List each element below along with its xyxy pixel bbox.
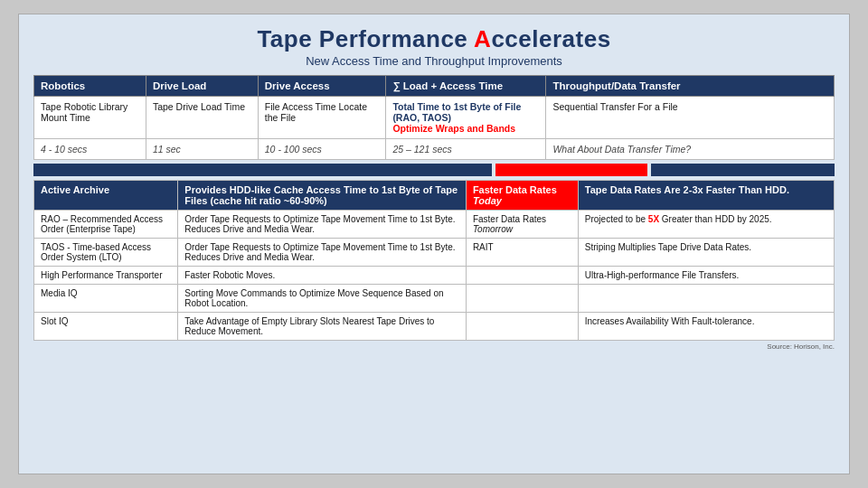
lower-row-mediaiq: Media IQ Sorting Move Commands to Optimi… [34, 285, 835, 313]
faster-today-label: Faster Data Rates [473, 184, 557, 195]
slotiq-col3 [466, 313, 578, 341]
lower-h2: Provides HDD-like Cache Access Time to 1… [178, 181, 467, 211]
upper-header-row: Robotics Drive Load Drive Access ∑ Load … [34, 76, 835, 97]
slotiq-col1: Slot IQ [34, 313, 178, 341]
divider-blue-left [33, 164, 492, 176]
hpt-col3 [466, 267, 578, 285]
lower-header-row: Active Archive Provides HDD-like Cache A… [34, 181, 835, 211]
r2-sum: 25 – 121 secs [386, 139, 546, 160]
slide: Tape Performance Accelerates New Access … [18, 14, 850, 474]
lower-row-hpt: High Performance Transporter Faster Robo… [34, 267, 835, 285]
r1-sum: Total Time to 1st Byte of File (RAO, TAO… [386, 97, 546, 139]
faster-today-italic: Today [473, 195, 502, 206]
r2-drive-access: 10 - 100 secs [258, 139, 386, 160]
lower-h1: Active Archive [34, 181, 178, 211]
header-throughput: Throughput/Data Transfer [546, 76, 835, 97]
lower-row-slotiq: Slot IQ Take Advantage of Empty Library … [34, 313, 835, 341]
r1-robotics: Tape Robotic Library Mount Time [34, 97, 146, 139]
r1-drive-access: File Access Time Locate the File [258, 97, 386, 139]
title-accent: A [474, 25, 491, 52]
faster-tomorrow-italic: Tomorrow [473, 224, 513, 234]
title-part1: Tape Performance [257, 25, 474, 52]
r2-drive-load: 11 sec [146, 139, 258, 160]
r1-drive-load: Tape Drive Load Time [146, 97, 258, 139]
source-line: Source: Horison, Inc. [33, 343, 835, 351]
lower-h3: Faster Data Rates Today [466, 181, 578, 211]
taos-col2: Order Tape Requests to Optimize Tape Mov… [178, 239, 467, 267]
hpt-col2: Faster Robotic Moves. [178, 267, 467, 285]
slotiq-col2: Take Advantage of Empty Library Slots Ne… [178, 313, 467, 341]
lower-h4: Tape Data Rates Are 2-3x Faster Than HDD… [578, 181, 834, 211]
header-drive-load: Drive Load [146, 76, 258, 97]
sum-text: Total Time to 1st Byte of File (RAO, TAO… [392, 101, 521, 123]
header-robotics: Robotics [34, 76, 146, 97]
rao-col1: RAO – Recommended Access Order (Enterpri… [34, 211, 178, 239]
upper-row1: Tape Robotic Library Mount Time Tape Dri… [34, 97, 835, 139]
faster-tomorrow-label: Faster Data Rates [473, 214, 546, 224]
mediaiq-col4 [578, 285, 834, 313]
divider-blue-right [651, 164, 835, 176]
header-sum: ∑ Load + Access Time [386, 76, 546, 97]
lower-table: Active Archive Provides HDD-like Cache A… [33, 180, 835, 341]
lower-h2-text: Provides HDD-like Cache Access Time to 1… [184, 184, 458, 206]
lower-row-rao: RAO – Recommended Access Order (Enterpri… [34, 211, 835, 239]
rao-col4: Projected to be 5X Greater than HDD by 2… [578, 211, 834, 239]
upper-row2: 4 - 10 secs 11 sec 10 - 100 secs 25 – 12… [34, 139, 835, 160]
slide-title: Tape Performance Accelerates New Access … [33, 25, 835, 68]
mediaiq-col3 [466, 285, 578, 313]
divider-red [495, 164, 648, 176]
main-title: Tape Performance Accelerates [33, 25, 835, 53]
taos-col1: TAOS - Time-based Access Order System (L… [34, 239, 178, 267]
title-part2: ccelerates [491, 25, 610, 52]
source-text: Source: Horison, Inc. [767, 343, 835, 351]
hpt-col4: Ultra-High-performance File Transfers. [578, 267, 834, 285]
r2-robotics: 4 - 10 secs [34, 139, 146, 160]
divider-bar [33, 164, 835, 176]
rao-col3: Faster Data Rates Tomorrow [466, 211, 578, 239]
taos-col4: Striping Multiplies Tape Drive Data Rate… [578, 239, 834, 267]
mediaiq-col2: Sorting Move Commands to Optimize Move S… [178, 285, 467, 313]
optimize-text: Optimize Wraps and Bands [392, 123, 515, 134]
mediaiq-col1: Media IQ [34, 285, 178, 313]
hpt-col1: High Performance Transporter [34, 267, 178, 285]
upper-table: Robotics Drive Load Drive Access ∑ Load … [33, 75, 835, 160]
taos-col3: RAIT [466, 239, 578, 267]
slotiq-col4: Increases Availability With Fault-tolera… [578, 313, 834, 341]
r2-throughput: What About Data Transfer Time? [546, 139, 835, 160]
lower-row-taos: TAOS - Time-based Access Order System (L… [34, 239, 835, 267]
rao-col2: Order Tape Requests to Optimize Tape Mov… [178, 211, 467, 239]
header-drive-access: Drive Access [258, 76, 386, 97]
r1-throughput: Sequential Transfer For a File [546, 97, 835, 139]
title-subtitle: New Access Time and Throughput Improveme… [33, 54, 835, 68]
